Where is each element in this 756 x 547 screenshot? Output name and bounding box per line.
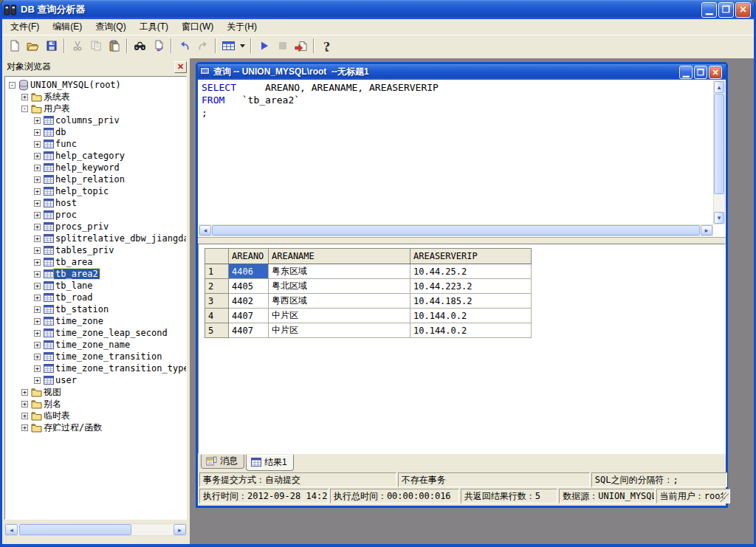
undo-button[interactable] (175, 37, 193, 55)
tree-expander-icon[interactable]: + (34, 295, 41, 301)
scroll-right-icon[interactable]: ▸ (173, 524, 186, 535)
tree-expander-icon[interactable]: + (34, 235, 41, 242)
tree-expander-icon[interactable]: + (34, 247, 41, 254)
scrollbar-thumb[interactable] (212, 225, 700, 235)
tree-expander-icon[interactable]: + (34, 212, 41, 219)
editor-horizontal-scrollbar[interactable]: ◂ ▸ (199, 224, 713, 236)
tree-item[interactable]: +host (5, 197, 186, 209)
tree-expander-icon[interactable]: + (34, 129, 41, 136)
tree-item[interactable]: +别名 (5, 398, 186, 410)
editor-vertical-scrollbar[interactable]: ▴ ▾ (713, 80, 725, 224)
tree-item[interactable]: +help_category (5, 150, 186, 162)
tree-expander-icon[interactable]: + (34, 377, 41, 384)
tree-item[interactable]: +time_zone_transition_type (5, 362, 186, 374)
tree-expander-icon[interactable]: + (34, 318, 41, 325)
tree-expander-icon[interactable]: + (34, 141, 41, 148)
tree-expander-icon[interactable]: - (21, 106, 28, 112)
grid-row-header[interactable]: 2 (205, 279, 229, 294)
resize-grip-icon[interactable] (719, 492, 729, 502)
tree-expander-icon[interactable]: + (21, 413, 28, 419)
grid-cell[interactable]: 粤北区域 (269, 279, 410, 294)
tree-item[interactable]: +time_zone (5, 315, 186, 327)
menu-item-4[interactable]: 窗口(W) (175, 19, 220, 35)
tree-expander-icon[interactable]: + (21, 94, 28, 100)
tree-item[interactable]: +user (5, 374, 186, 386)
tree-item[interactable]: +db (5, 126, 186, 138)
tree-item[interactable]: +系统表 (5, 91, 186, 103)
tree-item[interactable]: +tb_road (5, 292, 186, 303)
grid-row-header[interactable]: 1 (205, 264, 229, 279)
scroll-left-icon[interactable]: ◂ (5, 524, 18, 535)
tree-item[interactable]: +proc (5, 209, 186, 221)
tree-item[interactable]: +tables_priv (5, 244, 186, 256)
grid-cell[interactable]: 4405 (229, 279, 269, 294)
scrollbar-thumb[interactable] (714, 94, 724, 194)
grid-row-header[interactable]: 3 (205, 294, 229, 309)
tree-item[interactable]: +help_relation (5, 173, 186, 185)
scroll-right-icon[interactable]: ▸ (701, 225, 712, 235)
grid-column-header[interactable]: AREANO (229, 249, 269, 264)
tree-expander-icon[interactable]: + (34, 165, 41, 171)
tree-expander-icon[interactable]: + (34, 224, 41, 230)
close-button[interactable]: ✕ (735, 2, 751, 18)
child-maximize-button[interactable]: ❐ (694, 66, 707, 79)
grid-cell[interactable]: 4407 (229, 309, 269, 323)
tree-item[interactable]: +columns_priv (5, 114, 186, 126)
open-folder-button[interactable] (24, 37, 42, 55)
tab-results[interactable]: 结果1 (246, 455, 294, 471)
tree-item[interactable]: +tb_station (5, 303, 186, 315)
tree-expander-icon[interactable]: + (34, 188, 41, 195)
grid-row-header[interactable]: 4 (205, 309, 229, 323)
scroll-left-icon[interactable]: ◂ (199, 225, 211, 235)
grid-cell[interactable]: 10.44.185.2 (410, 294, 532, 309)
grid-column-header[interactable]: AREANAME (269, 249, 410, 264)
tree-item[interactable]: +tb_area2 (5, 268, 186, 280)
tree-item[interactable]: +procs_priv (5, 221, 186, 233)
tree-item[interactable]: +存贮过程/函数 (5, 422, 186, 433)
grid-cell[interactable]: 10.44.223.2 (410, 279, 532, 294)
grid-corner-header[interactable] (205, 249, 229, 264)
tree-expander-icon[interactable]: + (34, 259, 41, 266)
scrollbar-thumb[interactable] (19, 524, 131, 535)
child-close-button[interactable]: ✕ (709, 66, 722, 79)
find-button[interactable] (131, 37, 149, 55)
tree-item[interactable]: +help_keyword (5, 162, 186, 173)
tree-item[interactable]: +splitrelative_dbw_jiangdang_ (5, 233, 186, 244)
tree-item[interactable]: +临时表 (5, 410, 186, 422)
grid-cell[interactable]: 4407 (229, 323, 269, 338)
tree-item[interactable]: +help_topic (5, 185, 186, 197)
grid-cell[interactable]: 中片区 (269, 323, 410, 338)
tree-item[interactable]: +time_zone_transition (5, 351, 186, 362)
menu-item-3[interactable]: 工具(T) (133, 19, 175, 35)
tree-item[interactable]: +视图 (5, 386, 186, 398)
tree-expander-icon[interactable]: + (21, 401, 28, 407)
menu-item-2[interactable]: 查询(Q) (89, 19, 132, 35)
grid-column-header[interactable]: AREASERVERIP (410, 249, 532, 264)
tree-item[interactable]: +tb_lane (5, 280, 186, 292)
run-button[interactable] (255, 37, 273, 55)
tree-expander-icon[interactable]: + (34, 330, 41, 337)
tree-item[interactable]: -用户表 (5, 103, 186, 114)
caret-down-button[interactable] (238, 37, 247, 55)
grid-cell[interactable]: 10.144.0.2 (410, 309, 532, 323)
tree-expander-icon[interactable]: + (34, 153, 41, 159)
panel-close-icon[interactable]: ✕ (174, 61, 187, 73)
tree-expander-icon[interactable]: + (21, 424, 28, 431)
menu-item-5[interactable]: 关于(H) (220, 19, 264, 35)
tree-expander-icon[interactable]: - (9, 82, 16, 89)
tree-expander-icon[interactable]: + (34, 176, 41, 183)
grid-cell[interactable]: 粤西区域 (269, 294, 410, 309)
tree-expander-icon[interactable]: + (34, 271, 41, 278)
grid-cell[interactable]: 粤东区域 (269, 264, 410, 279)
maximize-button[interactable]: ❐ (718, 2, 734, 18)
export-button[interactable] (292, 37, 310, 55)
help-button[interactable]: ? (317, 37, 336, 55)
tree-expander-icon[interactable]: + (34, 354, 41, 360)
save-button[interactable] (42, 37, 61, 55)
grid-cell[interactable]: 4402 (229, 294, 269, 309)
tree-expander-icon[interactable]: + (34, 342, 41, 348)
child-minimize-button[interactable]: ▁ (679, 66, 693, 79)
tree-expander-icon[interactable]: + (21, 389, 28, 396)
grid-cell[interactable]: 4406 (229, 264, 269, 279)
paste-button[interactable] (105, 37, 123, 55)
